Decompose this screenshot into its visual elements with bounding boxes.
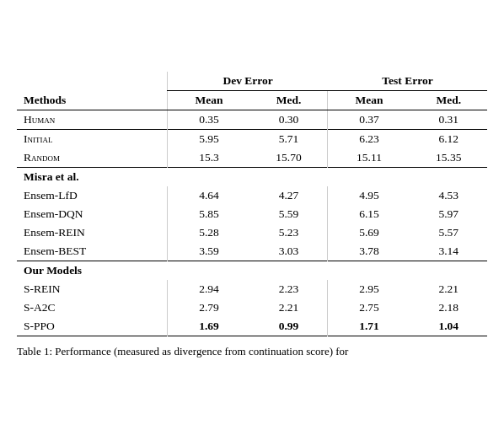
sa2c-test-med: 2.18 bbox=[410, 298, 487, 317]
ensem-lfd-test-med: 4.53 bbox=[410, 186, 487, 205]
ensem-rein-test-med: 5.57 bbox=[410, 223, 487, 242]
random-row: Random 15.3 15.70 15.11 15.35 bbox=[17, 148, 487, 168]
ensem-lfd-dev-med: 4.27 bbox=[250, 186, 328, 205]
our-models-label-row: Our Models bbox=[17, 261, 487, 280]
srein-test-med: 2.21 bbox=[410, 280, 487, 298]
methods-empty-header bbox=[17, 72, 168, 91]
srein-test-mean: 2.95 bbox=[328, 280, 410, 298]
sa2c-test-mean: 2.75 bbox=[328, 298, 410, 317]
ensem-dqn-method: Ensem-DQN bbox=[17, 205, 168, 223]
ensem-rein-row: Ensem-REIN 5.28 5.23 5.69 5.57 bbox=[17, 223, 487, 242]
ensem-dqn-test-mean: 6.15 bbox=[328, 205, 410, 223]
ensem-rein-test-mean: 5.69 bbox=[328, 223, 410, 242]
initial-test-mean: 6.23 bbox=[328, 130, 410, 148]
sppo-test-mean: 1.71 bbox=[328, 317, 410, 336]
sppo-row: S-PPO 1.69 0.99 1.71 1.04 bbox=[17, 317, 487, 336]
srein-dev-mean: 2.94 bbox=[168, 280, 250, 298]
col-header-row: Methods Mean Med. Mean Med. bbox=[17, 91, 487, 110]
table-container: Dev Error Test Error Methods Mean Med. M… bbox=[17, 72, 487, 358]
srein-method: S-REIN bbox=[17, 280, 168, 298]
ensem-best-row: Ensem-BEST 3.59 3.03 3.78 3.14 bbox=[17, 242, 487, 261]
results-table: Dev Error Test Error Methods Mean Med. M… bbox=[17, 72, 487, 336]
human-method: Human bbox=[17, 110, 168, 130]
misra-label-row: Misra et al. bbox=[17, 168, 487, 186]
ensem-rein-method: Ensem-REIN bbox=[17, 223, 168, 242]
sa2c-dev-med: 2.21 bbox=[250, 298, 328, 317]
random-method: Random bbox=[17, 148, 168, 168]
ensem-best-test-mean: 3.78 bbox=[328, 242, 410, 261]
sppo-test-med: 1.04 bbox=[410, 317, 487, 336]
ensem-best-method: Ensem-BEST bbox=[17, 242, 168, 261]
ensem-dqn-test-med: 5.97 bbox=[410, 205, 487, 223]
caption: Table 1: Performance (measured as diverg… bbox=[17, 345, 487, 358]
methods-col-header: Methods bbox=[17, 91, 168, 110]
ensem-best-dev-mean: 3.59 bbox=[168, 242, 250, 261]
ensem-dqn-dev-mean: 5.85 bbox=[168, 205, 250, 223]
human-dev-med: 0.30 bbox=[250, 110, 328, 130]
sppo-dev-med: 0.99 bbox=[250, 317, 328, 336]
test-mean-header: Mean bbox=[328, 91, 410, 110]
ensem-lfd-row: Ensem-LfD 4.64 4.27 4.95 4.53 bbox=[17, 186, 487, 205]
ensem-lfd-method: Ensem-LfD bbox=[17, 186, 168, 205]
sppo-method: S-PPO bbox=[17, 317, 168, 336]
initial-method: Initial bbox=[17, 130, 168, 148]
sppo-dev-mean: 1.69 bbox=[168, 317, 250, 336]
srein-row: S-REIN 2.94 2.23 2.95 2.21 bbox=[17, 280, 487, 298]
human-row: Human 0.35 0.30 0.37 0.31 bbox=[17, 110, 487, 130]
initial-row: Initial 5.95 5.71 6.23 6.12 bbox=[17, 130, 487, 148]
ensem-best-test-med: 3.14 bbox=[410, 242, 487, 261]
human-test-mean: 0.37 bbox=[328, 110, 410, 130]
initial-dev-med: 5.71 bbox=[250, 130, 328, 148]
dev-error-header: Dev Error bbox=[168, 72, 328, 91]
human-test-med: 0.31 bbox=[410, 110, 487, 130]
random-test-mean: 15.11 bbox=[328, 148, 410, 168]
ensem-rein-dev-med: 5.23 bbox=[250, 223, 328, 242]
sa2c-row: S-A2C 2.79 2.21 2.75 2.18 bbox=[17, 298, 487, 317]
random-dev-med: 15.70 bbox=[250, 148, 328, 168]
test-med-header: Med. bbox=[410, 91, 487, 110]
srein-dev-med: 2.23 bbox=[250, 280, 328, 298]
misra-section-label: Misra et al. bbox=[17, 168, 487, 186]
sa2c-dev-mean: 2.79 bbox=[168, 298, 250, 317]
ensem-rein-dev-mean: 5.28 bbox=[168, 223, 250, 242]
ensem-dqn-row: Ensem-DQN 5.85 5.59 6.15 5.97 bbox=[17, 205, 487, 223]
ensem-dqn-dev-med: 5.59 bbox=[250, 205, 328, 223]
our-models-section-label: Our Models bbox=[17, 261, 487, 280]
ensem-lfd-dev-mean: 4.64 bbox=[168, 186, 250, 205]
dev-med-header: Med. bbox=[250, 91, 328, 110]
group-header-row: Dev Error Test Error bbox=[17, 72, 487, 91]
initial-dev-mean: 5.95 bbox=[168, 130, 250, 148]
random-test-med: 15.35 bbox=[410, 148, 487, 168]
human-dev-mean: 0.35 bbox=[168, 110, 250, 130]
ensem-best-dev-med: 3.03 bbox=[250, 242, 328, 261]
dev-mean-header: Mean bbox=[168, 91, 250, 110]
test-error-header: Test Error bbox=[328, 72, 487, 91]
ensem-lfd-test-mean: 4.95 bbox=[328, 186, 410, 205]
random-dev-mean: 15.3 bbox=[168, 148, 250, 168]
initial-test-med: 6.12 bbox=[410, 130, 487, 148]
sa2c-method: S-A2C bbox=[17, 298, 168, 317]
